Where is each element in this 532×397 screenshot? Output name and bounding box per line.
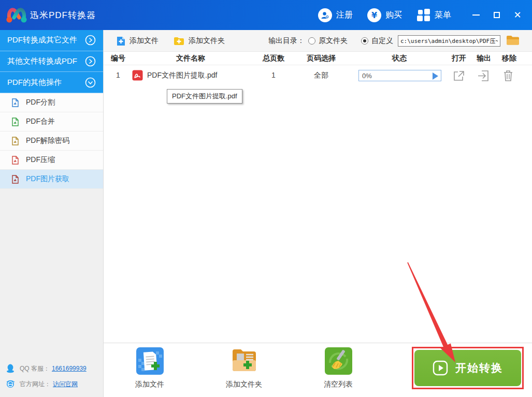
start-convert-label: 开始转换 bbox=[455, 361, 503, 375]
menu-label: 菜单 bbox=[435, 10, 451, 21]
browser-e-icon bbox=[5, 379, 16, 389]
start-play-icon bbox=[433, 360, 448, 376]
group-label: 其他文件转换成PDF bbox=[7, 56, 85, 66]
main-panel: 添加文件 添加文件夹 输出目录： 原文件夹 自定义 bbox=[104, 30, 532, 397]
qq-icon bbox=[5, 363, 16, 374]
radio-custom-folder[interactable]: 自定义 bbox=[361, 36, 393, 46]
sidebar-group-pdf-to-other[interactable]: PDF转换成其它文件 bbox=[0, 30, 103, 51]
col-pages: 总页数 bbox=[263, 54, 284, 63]
chevron-right-circle-icon bbox=[85, 56, 96, 67]
add-file-label: 添加文件 bbox=[130, 36, 159, 46]
add-file-big-icon bbox=[136, 347, 164, 375]
app-title: 迅米PDF转换器 bbox=[30, 9, 96, 21]
menu-button[interactable]: 菜单 bbox=[416, 8, 451, 22]
progress-play-icon[interactable] bbox=[433, 72, 438, 80]
close-icon: ✕ bbox=[513, 10, 521, 20]
sidebar-group-other-to-pdf[interactable]: 其他文件转换成PDF bbox=[0, 51, 103, 72]
yuan-icon: ¥ bbox=[367, 8, 381, 22]
sidebar-item-pdf-merge[interactable]: PDF合并 bbox=[0, 112, 103, 131]
radio-custom-label: 自定义 bbox=[371, 36, 393, 46]
table-header: 编号 文件名称 总页数 页码选择 状态 打开 输出 移除 bbox=[104, 52, 532, 65]
group-label: PDF转换成其它文件 bbox=[7, 35, 85, 45]
add-folder-button[interactable]: 添加文件夹 bbox=[174, 30, 225, 52]
radio-checked-icon bbox=[361, 37, 368, 45]
start-convert-button[interactable]: 开始转换 bbox=[414, 350, 521, 386]
minimize-icon bbox=[472, 14, 480, 16]
pdf-doc-icon bbox=[11, 175, 19, 184]
close-button[interactable]: ✕ bbox=[507, 6, 528, 24]
pdf-doc-icon bbox=[11, 156, 19, 165]
table-row: 1 PDF文件图片提取.pdf 1 全部 0% bbox=[104, 65, 532, 86]
clear-list-big-icon bbox=[325, 347, 352, 375]
sidebar-item-label: PDF分割 bbox=[26, 98, 55, 107]
toolbar: 添加文件 添加文件夹 输出目录： 原文件夹 自定义 bbox=[104, 30, 532, 52]
col-pagerange: 页码选择 bbox=[307, 54, 336, 63]
qq-number-link[interactable]: 1661699939 bbox=[52, 365, 87, 372]
output-file-icon[interactable] bbox=[478, 70, 489, 84]
radio-original-label: 原文件夹 bbox=[319, 36, 348, 46]
row-pages: 1 bbox=[271, 71, 276, 79]
col-status: 状态 bbox=[392, 54, 407, 63]
add-file-big-label: 添加文件 bbox=[121, 380, 178, 389]
app-window: 迅米PDF转换器 注册 ¥ 购买 bbox=[0, 0, 532, 397]
clear-list-big-label: 清空列表 bbox=[310, 380, 367, 389]
progress-bar: 0% bbox=[358, 70, 441, 81]
add-folder-big-icon bbox=[231, 347, 258, 375]
col-remove: 移除 bbox=[502, 54, 516, 63]
official-site-label: 官方网址： bbox=[20, 380, 51, 389]
output-dir-label: 输出目录： bbox=[268, 36, 305, 46]
add-folder-icon bbox=[174, 37, 184, 46]
sidebar-item-pdf-compress[interactable]: PDF压缩 bbox=[0, 151, 103, 170]
sidebar: PDF转换成其它文件 其他文件转换成PDF PDF的其他操作 P bbox=[0, 30, 104, 397]
clear-list-big-button[interactable]: 清空列表 bbox=[310, 347, 367, 389]
radio-unchecked-icon bbox=[308, 37, 315, 45]
register-user-icon bbox=[318, 8, 332, 22]
add-folder-big-button[interactable]: 添加文件夹 bbox=[215, 347, 272, 389]
chevron-right-circle-icon bbox=[85, 35, 96, 46]
group-label: PDF的其他操作 bbox=[7, 78, 85, 87]
sidebar-item-label: PDF压缩 bbox=[26, 155, 55, 165]
menu-grid-icon bbox=[416, 8, 430, 22]
buy-button[interactable]: ¥ 购买 bbox=[367, 8, 402, 22]
row-pagerange[interactable]: 全部 bbox=[314, 71, 328, 80]
radio-original-folder[interactable]: 原文件夹 bbox=[308, 36, 348, 46]
pdf-doc-icon bbox=[11, 137, 19, 145]
sidebar-item-label: PDF解除密码 bbox=[26, 136, 69, 145]
output-path-input[interactable] bbox=[398, 35, 500, 47]
row-filename: PDF文件图片提取.pdf bbox=[147, 71, 217, 80]
add-file-big-button[interactable]: 添加文件 bbox=[121, 347, 178, 389]
browse-folder-button[interactable] bbox=[506, 34, 520, 48]
pdf-doc-icon bbox=[11, 98, 19, 107]
browse-folder-icon bbox=[506, 35, 520, 46]
add-file-icon bbox=[117, 36, 125, 46]
row-number: 1 bbox=[116, 71, 120, 79]
remove-trash-icon[interactable] bbox=[503, 70, 513, 84]
open-file-icon[interactable] bbox=[453, 70, 465, 84]
maximize-button[interactable] bbox=[486, 6, 507, 24]
pdf-file-icon bbox=[132, 70, 143, 83]
sidebar-item-pdf-remove-password[interactable]: PDF解除密码 bbox=[0, 131, 103, 151]
minimize-button[interactable] bbox=[466, 6, 486, 24]
buy-label: 购买 bbox=[385, 10, 402, 21]
visit-site-link[interactable]: 访问官网 bbox=[53, 380, 78, 389]
add-folder-label: 添加文件夹 bbox=[189, 36, 225, 46]
qq-service-label: QQ 客服： bbox=[20, 364, 50, 373]
col-output: 输出 bbox=[477, 54, 491, 63]
app-logo-icon bbox=[5, 5, 28, 25]
sidebar-group-pdf-other-ops[interactable]: PDF的其他操作 bbox=[0, 72, 103, 93]
register-label: 注册 bbox=[336, 10, 353, 21]
sidebar-item-pdf-image-extract[interactable]: PDF图片获取 bbox=[0, 170, 103, 189]
progress-percent: 0% bbox=[362, 72, 372, 80]
title-bar: 迅米PDF转换器 注册 ¥ 购买 bbox=[0, 0, 532, 30]
add-file-button[interactable]: 添加文件 bbox=[117, 30, 159, 52]
sidebar-item-pdf-split[interactable]: PDF分割 bbox=[0, 93, 103, 112]
sidebar-footer: QQ 客服： 1661699939 官方网址： 访问官网 bbox=[0, 361, 104, 392]
col-number: 编号 bbox=[111, 54, 125, 63]
col-open: 打开 bbox=[452, 54, 466, 63]
chevron-down-circle-icon bbox=[85, 77, 96, 88]
filename-tooltip: PDF文件图片提取.pdf bbox=[167, 89, 242, 104]
add-folder-big-label: 添加文件夹 bbox=[215, 380, 272, 389]
sidebar-item-label: PDF合并 bbox=[26, 117, 55, 126]
sidebar-item-label: PDF图片获取 bbox=[26, 174, 69, 184]
register-button[interactable]: 注册 bbox=[318, 8, 353, 22]
